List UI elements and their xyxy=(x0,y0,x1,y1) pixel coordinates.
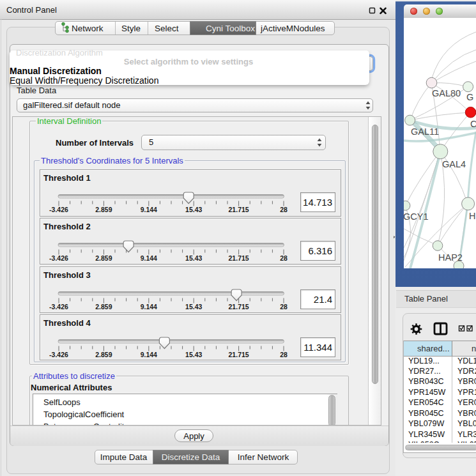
svg-text:2.859: 2.859 xyxy=(95,303,112,311)
svg-text:15.43: 15.43 xyxy=(185,351,202,358)
svg-text:28: 28 xyxy=(280,303,288,311)
svg-text:-3.426: -3.426 xyxy=(49,254,68,262)
svg-text:-3.426: -3.426 xyxy=(49,303,68,311)
svg-text:G: G xyxy=(466,92,473,102)
svg-text:GCY1: GCY1 xyxy=(404,211,429,222)
svg-text:2.859: 2.859 xyxy=(95,351,112,358)
svg-text:21.715: 21.715 xyxy=(229,351,249,358)
svg-text:2.859: 2.859 xyxy=(95,254,112,262)
svg-text:2.859: 2.859 xyxy=(95,206,112,213)
svg-text:H: H xyxy=(469,211,475,221)
svg-text:21.715: 21.715 xyxy=(229,303,249,311)
svg-text:21.715: 21.715 xyxy=(229,206,249,213)
svg-text:28: 28 xyxy=(280,351,288,358)
svg-text:9.144: 9.144 xyxy=(141,254,157,262)
svg-text:15.43: 15.43 xyxy=(185,303,202,311)
svg-text:15.43: 15.43 xyxy=(185,206,202,213)
svg-text:HAP2: HAP2 xyxy=(438,252,463,263)
svg-text:GAL4: GAL4 xyxy=(442,159,466,169)
svg-text:21.715: 21.715 xyxy=(229,254,249,262)
svg-text:GAL11: GAL11 xyxy=(411,127,439,137)
svg-text:9.144: 9.144 xyxy=(141,303,157,311)
svg-text:9.144: 9.144 xyxy=(141,351,157,358)
svg-text:15.43: 15.43 xyxy=(185,254,202,262)
svg-text:9.144: 9.144 xyxy=(141,206,157,213)
svg-text:-3.426: -3.426 xyxy=(49,206,68,213)
svg-text:-3.426: -3.426 xyxy=(49,351,68,358)
svg-text:GAL80: GAL80 xyxy=(432,88,461,98)
svg-text:28: 28 xyxy=(280,206,288,213)
svg-text:28: 28 xyxy=(280,254,288,262)
svg-text:C: C xyxy=(470,119,476,129)
